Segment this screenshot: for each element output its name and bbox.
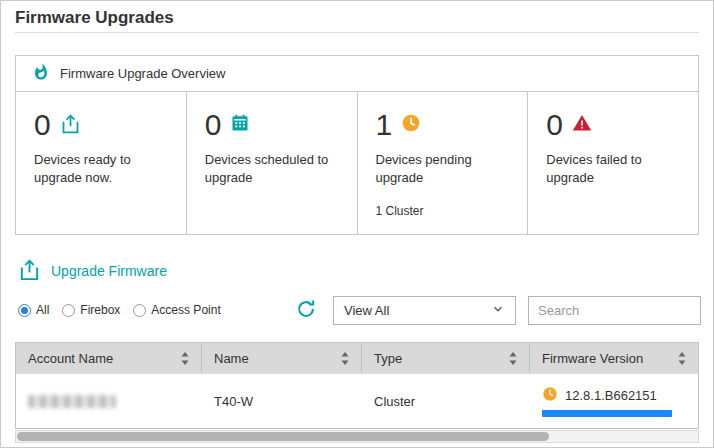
firmware-upgrades-page: Firmware Upgrades Firmware Upgrade Overv…	[0, 0, 714, 448]
pending-icon	[401, 113, 421, 137]
sort-icon[interactable]	[678, 352, 686, 365]
pending-icon	[542, 386, 558, 405]
radio-circle	[62, 304, 75, 317]
overview-header: Firmware Upgrade Overview	[16, 56, 698, 92]
upgrade-firmware-label: Upgrade Firmware	[51, 263, 167, 279]
radio-circle	[133, 304, 146, 317]
overview-stats: 0 Devices ready to upgrade now. 0 Device…	[16, 92, 698, 235]
calendar-icon	[230, 113, 250, 137]
device-type-filters: All Firebox Access Point	[18, 303, 221, 317]
radio-circle	[18, 304, 31, 317]
stat-value: 1	[376, 108, 393, 142]
stat-sub-cluster: 1 Cluster	[376, 204, 510, 218]
horizontal-scrollbar[interactable]	[15, 430, 699, 443]
stat-ready-to-upgrade: 0 Devices ready to upgrade now.	[16, 92, 187, 235]
firmware-version-text: 12.8.1.B662151	[565, 388, 657, 403]
radio-label: Access Point	[151, 303, 220, 317]
flame-icon	[32, 63, 50, 85]
stat-value: 0	[205, 108, 222, 142]
column-header-type[interactable]: Type	[362, 343, 530, 373]
column-label: Firmware Version	[542, 351, 643, 366]
refresh-button[interactable]	[294, 298, 318, 322]
chevron-down-icon	[491, 302, 505, 319]
account-name-redacted	[28, 395, 116, 408]
firmware-overview-card: Firmware Upgrade Overview 0 Devices read…	[15, 55, 699, 235]
column-label: Name	[214, 351, 249, 366]
radio-firebox[interactable]: Firebox	[62, 303, 120, 317]
column-header-firmware-version[interactable]: Firmware Version	[530, 343, 698, 373]
overview-title: Firmware Upgrade Overview	[60, 66, 225, 81]
stat-scheduled-to-upgrade: 0 Devices scheduled to upgrade	[187, 92, 358, 235]
title-divider	[15, 32, 699, 33]
search-input[interactable]	[538, 303, 714, 318]
radio-label: Firebox	[80, 303, 120, 317]
warning-icon	[572, 113, 592, 137]
refresh-icon	[295, 308, 317, 323]
radio-label: All	[36, 303, 49, 317]
cell-firmware-version: 12.8.1.B662151	[530, 374, 698, 428]
upload-icon	[18, 258, 41, 284]
stat-failed-to-upgrade: 0 Devices failed to upgrade	[528, 92, 698, 235]
table-row[interactable]: T40-W Cluster 12.8.1.B662151	[16, 373, 698, 428]
column-header-account-name[interactable]: Account Name	[16, 343, 202, 373]
sort-icon[interactable]	[509, 352, 517, 365]
cell-account-name	[16, 374, 202, 428]
radio-all[interactable]: All	[18, 303, 49, 317]
search-box	[528, 296, 701, 325]
stat-value: 0	[34, 108, 51, 142]
view-filter-dropdown[interactable]: View All	[333, 296, 516, 325]
column-label: Type	[374, 351, 402, 366]
radio-access-point[interactable]: Access Point	[133, 303, 220, 317]
stat-value: 0	[546, 108, 563, 142]
column-label: Account Name	[28, 351, 113, 366]
cell-type: Cluster	[362, 374, 530, 428]
stat-label: Devices failed to upgrade	[546, 151, 676, 186]
stat-label: Devices scheduled to upgrade	[205, 151, 335, 186]
sort-icon[interactable]	[341, 352, 349, 365]
column-header-name[interactable]: Name	[202, 343, 362, 373]
cell-name: T40-W	[202, 374, 362, 428]
upgrade-firmware-button[interactable]: Upgrade Firmware	[18, 258, 167, 284]
upgrade-progress-bar	[542, 410, 672, 417]
sort-icon[interactable]	[181, 352, 189, 365]
stat-pending-upgrade: 1 Devices pending upgrade 1 Cluster	[358, 92, 529, 235]
scrollbar-thumb[interactable]	[17, 432, 549, 441]
stat-label: Devices pending upgrade	[376, 151, 506, 186]
table-header-row: Account Name Name Type Firmware Version	[16, 343, 698, 373]
view-filter-value: View All	[344, 303, 389, 318]
upload-icon	[60, 113, 81, 138]
page-title: Firmware Upgrades	[15, 8, 174, 28]
devices-table: Account Name Name Type Firmware Version …	[15, 342, 699, 429]
stat-label: Devices ready to upgrade now.	[34, 151, 164, 186]
